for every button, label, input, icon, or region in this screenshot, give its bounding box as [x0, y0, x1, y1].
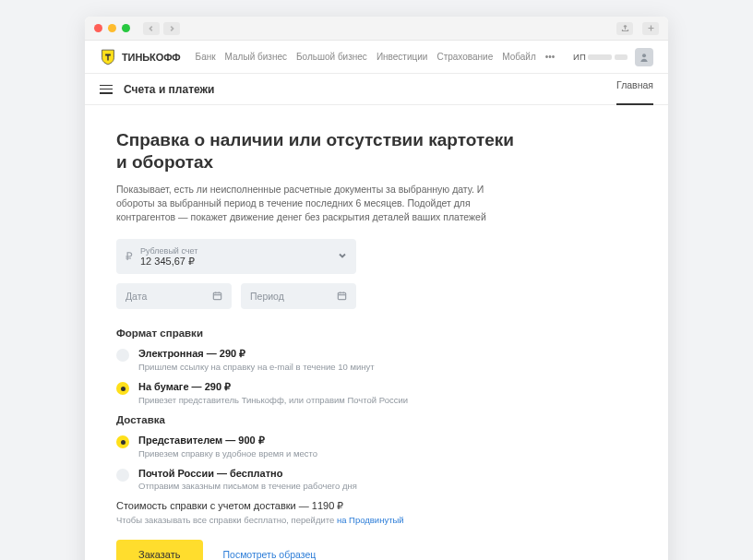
option-label: Представителем — 900 ₽	[138, 435, 317, 447]
traffic-lights	[94, 24, 130, 32]
nav-more-icon[interactable]: •••	[545, 52, 556, 62]
browser-window: ТИНЬКОФФ Банк Малый бизнес Большой бизне…	[85, 17, 668, 560]
share-icon[interactable]	[616, 22, 633, 35]
option-label: Почтой России — бесплатно	[138, 468, 357, 479]
period-placeholder: Период	[250, 291, 284, 302]
menu-icon[interactable]	[100, 85, 113, 94]
format-heading: Формат справки	[116, 328, 637, 339]
maximize-window-icon[interactable]	[122, 24, 130, 32]
calendar-icon	[337, 291, 347, 303]
delivery-option[interactable]: Представителем — 900 ₽ Привезем справку …	[116, 435, 637, 459]
radio-icon	[116, 469, 129, 482]
calendar-icon	[212, 291, 222, 303]
breadcrumb-tab[interactable]: Главная	[616, 75, 653, 105]
option-hint: Пришлем ссылку на справку на e-mail в те…	[138, 362, 375, 372]
nav-item[interactable]: Мобайл	[502, 52, 535, 62]
minimize-window-icon[interactable]	[108, 24, 116, 32]
browser-forward-button[interactable]	[163, 22, 180, 35]
nav-item[interactable]: Банк	[196, 52, 216, 62]
format-option[interactable]: На бумаге — 290 ₽ Привезет представитель…	[116, 381, 637, 405]
svg-rect-1	[213, 292, 221, 299]
primary-nav: Банк Малый бизнес Большой бизнес Инвести…	[196, 52, 564, 62]
option-label: Электронная — 290 ₽	[138, 348, 375, 360]
brand[interactable]: ТИНЬКОФФ	[100, 48, 181, 66]
svg-point-0	[642, 54, 646, 57]
account-select-label: Рублевый счет	[140, 246, 197, 256]
total-subline: Чтобы заказывать все справки бесплатно, …	[116, 515, 637, 525]
browser-back-button[interactable]	[143, 22, 160, 35]
section-title: Счета и платежи	[124, 83, 214, 96]
account-select-value: 12 345,67 ₽	[140, 256, 197, 268]
ruble-icon: ₽	[126, 250, 133, 263]
svg-rect-2	[338, 292, 345, 299]
account-select[interactable]: ₽ Рублевый счет 12 345,67 ₽	[116, 239, 356, 274]
radio-icon	[116, 382, 129, 395]
avatar-icon	[635, 48, 653, 66]
option-label: На бумаге — 290 ₽	[138, 381, 408, 393]
delivery-heading: Доставка	[116, 414, 637, 425]
option-hint: Отправим заказным письмом в течение рабо…	[138, 481, 357, 491]
top-nav: ТИНЬКОФФ Банк Малый бизнес Большой бизне…	[85, 41, 668, 74]
delivery-option[interactable]: Почтой России — бесплатно Отправим заказ…	[116, 468, 637, 491]
logo-icon	[100, 48, 116, 66]
actions: Заказать Посмотреть образец	[116, 540, 637, 560]
page-content: Справка о наличии или отсутствии картоте…	[85, 105, 668, 560]
account-label: ИП	[573, 52, 628, 62]
total-line: Стоимость справки с учетом доставки — 11…	[116, 500, 637, 512]
sub-nav: Счета и платежи Главная	[85, 74, 668, 105]
radio-icon	[116, 435, 129, 448]
new-tab-icon[interactable]	[642, 22, 659, 35]
brand-label: ТИНЬКОФФ	[122, 52, 181, 63]
order-button[interactable]: Заказать	[116, 540, 203, 560]
nav-item[interactable]: Большой бизнес	[296, 52, 367, 62]
format-option[interactable]: Электронная — 290 ₽ Пришлем ссылку на сп…	[116, 348, 637, 372]
browser-titlebar	[85, 17, 668, 41]
view-sample-link[interactable]: Посмотреть образец	[223, 549, 317, 560]
radio-icon	[116, 349, 129, 362]
nav-item[interactable]: Малый бизнес	[225, 52, 287, 62]
nav-item[interactable]: Страхование	[436, 52, 493, 62]
nav-item[interactable]: Инвестиции	[376, 52, 428, 62]
page-title: Справка о наличии или отсутствии картоте…	[116, 129, 522, 173]
option-hint: Привезем справку в удобное время и место	[138, 448, 317, 459]
option-hint: Привезет представитель Тинькофф, или отп…	[138, 395, 408, 405]
upgrade-link[interactable]: на Продвинутый	[337, 515, 404, 525]
period-picker[interactable]: Период	[241, 283, 356, 309]
account-widget[interactable]: ИП	[573, 48, 653, 66]
date-placeholder: Дата	[126, 291, 147, 302]
close-window-icon[interactable]	[94, 24, 102, 32]
chevron-down-icon	[338, 250, 347, 263]
date-picker[interactable]: Дата	[116, 283, 232, 309]
browser-nav	[143, 22, 180, 35]
page-lead: Показывает, есть ли неисполненные расчет…	[116, 183, 522, 225]
